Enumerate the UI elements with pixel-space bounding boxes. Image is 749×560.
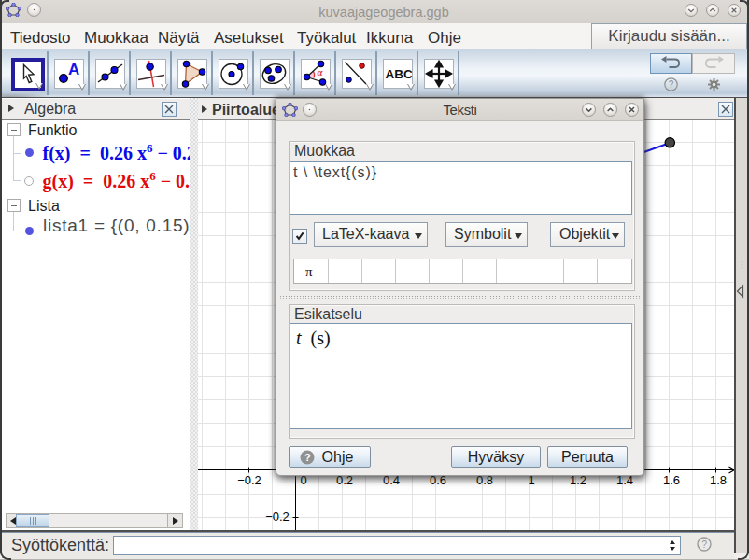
svg-text:−0.2: −0.2 xyxy=(265,510,290,524)
svg-text:ABC: ABC xyxy=(386,67,413,81)
svg-text:1.8: 1.8 xyxy=(710,473,727,487)
svg-text:α: α xyxy=(318,66,324,77)
svg-text:π: π xyxy=(305,264,313,279)
svg-text:?: ? xyxy=(669,79,674,90)
svg-text:?: ? xyxy=(701,539,707,550)
svg-text:1.6: 1.6 xyxy=(663,473,680,487)
svg-text:−0.2: −0.2 xyxy=(237,473,261,487)
svg-text:?: ? xyxy=(304,452,311,463)
svg-text:A: A xyxy=(68,61,79,78)
